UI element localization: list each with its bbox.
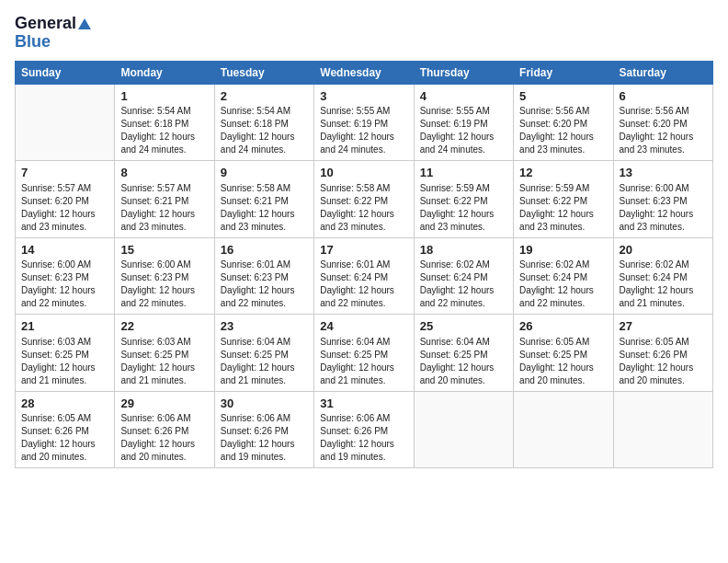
day-number: 11 — [420, 165, 507, 181]
day-info: Sunrise: 6:04 AM Sunset: 6:25 PM Dayligh… — [420, 336, 507, 387]
day-number: 10 — [320, 165, 407, 181]
logo-graphic: General Blue — [15, 15, 91, 52]
day-number: 1 — [120, 88, 208, 105]
day-number: 8 — [120, 165, 208, 181]
logo-text-blue: Blue — [15, 33, 91, 52]
calendar-cell: 31Sunrise: 6:06 AM Sunset: 6:26 PM Dayli… — [314, 391, 414, 468]
day-info: Sunrise: 6:06 AM Sunset: 6:26 PM Dayligh… — [120, 412, 208, 464]
calendar-cell: 8Sunrise: 5:57 AM Sunset: 6:21 PM Daylig… — [115, 161, 214, 238]
day-number: 30 — [221, 396, 308, 412]
day-info: Sunrise: 5:55 AM Sunset: 6:19 PM Dayligh… — [420, 105, 507, 156]
day-number: 17 — [320, 242, 407, 259]
calendar-cell: 12Sunrise: 5:59 AM Sunset: 6:22 PM Dayli… — [514, 161, 613, 238]
day-info: Sunrise: 6:00 AM Sunset: 6:23 PM Dayligh… — [120, 259, 208, 310]
calendar-cell: 29Sunrise: 6:06 AM Sunset: 6:26 PM Dayli… — [115, 391, 214, 468]
calendar-cell: 5Sunrise: 5:56 AM Sunset: 6:20 PM Daylig… — [514, 84, 613, 161]
day-info: Sunrise: 5:54 AM Sunset: 6:18 PM Dayligh… — [221, 105, 308, 156]
day-number: 14 — [21, 242, 108, 259]
calendar-cell: 24Sunrise: 6:04 AM Sunset: 6:25 PM Dayli… — [314, 315, 414, 392]
day-number: 4 — [420, 88, 507, 105]
day-info: Sunrise: 6:02 AM Sunset: 6:24 PM Dayligh… — [420, 259, 507, 310]
day-number: 2 — [221, 88, 308, 105]
day-number: 24 — [320, 318, 407, 335]
day-info: Sunrise: 5:58 AM Sunset: 6:22 PM Dayligh… — [320, 182, 407, 234]
logo: General Blue — [15, 15, 91, 52]
day-info: Sunrise: 5:58 AM Sunset: 6:21 PM Dayligh… — [221, 182, 308, 234]
calendar-week-2: 7Sunrise: 5:57 AM Sunset: 6:20 PM Daylig… — [16, 161, 713, 238]
day-info: Sunrise: 6:04 AM Sunset: 6:25 PM Dayligh… — [320, 336, 407, 387]
day-number: 19 — [519, 242, 607, 259]
calendar-cell: 9Sunrise: 5:58 AM Sunset: 6:21 PM Daylig… — [214, 161, 313, 238]
calendar-cell: 28Sunrise: 6:05 AM Sunset: 6:26 PM Dayli… — [16, 391, 115, 468]
calendar-cell: 30Sunrise: 6:06 AM Sunset: 6:26 PM Dayli… — [214, 391, 313, 468]
day-number: 25 — [420, 318, 507, 335]
day-number: 29 — [120, 396, 208, 412]
calendar-cell — [414, 391, 513, 468]
calendar-cell — [16, 84, 115, 161]
day-number: 7 — [21, 165, 108, 181]
day-info: Sunrise: 5:56 AM Sunset: 6:20 PM Dayligh… — [620, 105, 707, 156]
logo-text-general: General — [15, 15, 91, 33]
day-number: 6 — [620, 88, 707, 105]
calendar-cell: 23Sunrise: 6:04 AM Sunset: 6:25 PM Dayli… — [214, 315, 313, 392]
day-number: 26 — [519, 318, 607, 335]
day-info: Sunrise: 5:57 AM Sunset: 6:20 PM Dayligh… — [21, 182, 108, 234]
calendar-cell: 21Sunrise: 6:03 AM Sunset: 6:25 PM Dayli… — [16, 315, 115, 392]
day-info: Sunrise: 5:57 AM Sunset: 6:21 PM Dayligh… — [120, 182, 208, 234]
calendar-cell: 1Sunrise: 5:54 AM Sunset: 6:18 PM Daylig… — [115, 84, 214, 161]
day-number: 12 — [519, 165, 607, 181]
calendar-week-4: 21Sunrise: 6:03 AM Sunset: 6:25 PM Dayli… — [16, 315, 713, 392]
day-info: Sunrise: 6:00 AM Sunset: 6:23 PM Dayligh… — [21, 259, 108, 310]
calendar-cell: 3Sunrise: 5:55 AM Sunset: 6:19 PM Daylig… — [314, 84, 414, 161]
day-info: Sunrise: 6:05 AM Sunset: 6:26 PM Dayligh… — [620, 336, 707, 387]
day-info: Sunrise: 5:56 AM Sunset: 6:20 PM Dayligh… — [519, 105, 607, 156]
day-number: 18 — [420, 242, 507, 259]
day-info: Sunrise: 6:05 AM Sunset: 6:26 PM Dayligh… — [21, 412, 108, 464]
calendar-cell: 19Sunrise: 6:02 AM Sunset: 6:24 PM Dayli… — [514, 237, 613, 315]
day-number: 5 — [519, 88, 607, 105]
calendar-table: SundayMondayTuesdayWednesdayThursdayFrid… — [15, 61, 713, 469]
calendar-cell: 4Sunrise: 5:55 AM Sunset: 6:19 PM Daylig… — [414, 84, 513, 161]
day-header-sunday: Sunday — [16, 61, 115, 84]
day-info: Sunrise: 6:06 AM Sunset: 6:26 PM Dayligh… — [221, 412, 308, 464]
day-header-wednesday: Wednesday — [314, 61, 414, 84]
calendar-cell: 6Sunrise: 5:56 AM Sunset: 6:20 PM Daylig… — [613, 84, 712, 161]
day-number: 13 — [620, 165, 707, 181]
day-info: Sunrise: 6:05 AM Sunset: 6:25 PM Dayligh… — [519, 336, 607, 387]
day-number: 22 — [120, 318, 208, 335]
day-info: Sunrise: 6:01 AM Sunset: 6:23 PM Dayligh… — [221, 259, 308, 310]
day-info: Sunrise: 6:03 AM Sunset: 6:25 PM Dayligh… — [120, 336, 208, 387]
day-number: 23 — [221, 318, 308, 335]
day-info: Sunrise: 5:54 AM Sunset: 6:18 PM Dayligh… — [120, 105, 208, 156]
day-number: 9 — [221, 165, 308, 181]
calendar-header-row: SundayMondayTuesdayWednesdayThursdayFrid… — [16, 61, 713, 84]
day-header-thursday: Thursday — [414, 61, 513, 84]
day-info: Sunrise: 6:02 AM Sunset: 6:24 PM Dayligh… — [620, 259, 707, 310]
page-header: General Blue — [15, 15, 713, 52]
day-info: Sunrise: 6:01 AM Sunset: 6:24 PM Dayligh… — [320, 259, 407, 310]
day-info: Sunrise: 6:00 AM Sunset: 6:23 PM Dayligh… — [620, 182, 707, 234]
day-header-friday: Friday — [514, 61, 613, 84]
calendar-cell: 2Sunrise: 5:54 AM Sunset: 6:18 PM Daylig… — [214, 84, 313, 161]
day-info: Sunrise: 6:03 AM Sunset: 6:25 PM Dayligh… — [21, 336, 108, 387]
calendar-cell — [514, 391, 613, 468]
calendar-cell: 25Sunrise: 6:04 AM Sunset: 6:25 PM Dayli… — [414, 315, 513, 392]
calendar-cell: 22Sunrise: 6:03 AM Sunset: 6:25 PM Dayli… — [115, 315, 214, 392]
calendar-cell: 14Sunrise: 6:00 AM Sunset: 6:23 PM Dayli… — [16, 237, 115, 315]
day-header-monday: Monday — [115, 61, 214, 84]
calendar-cell: 15Sunrise: 6:00 AM Sunset: 6:23 PM Dayli… — [115, 237, 214, 315]
calendar-cell: 13Sunrise: 6:00 AM Sunset: 6:23 PM Dayli… — [613, 161, 712, 238]
day-number: 27 — [620, 318, 707, 335]
day-info: Sunrise: 5:59 AM Sunset: 6:22 PM Dayligh… — [519, 182, 607, 234]
calendar-cell: 26Sunrise: 6:05 AM Sunset: 6:25 PM Dayli… — [514, 315, 613, 392]
calendar-week-5: 28Sunrise: 6:05 AM Sunset: 6:26 PM Dayli… — [16, 391, 713, 468]
calendar-week-1: 1Sunrise: 5:54 AM Sunset: 6:18 PM Daylig… — [16, 84, 713, 161]
calendar-cell: 7Sunrise: 5:57 AM Sunset: 6:20 PM Daylig… — [16, 161, 115, 238]
calendar-cell: 11Sunrise: 5:59 AM Sunset: 6:22 PM Dayli… — [414, 161, 513, 238]
day-number: 28 — [21, 396, 108, 412]
calendar-cell: 20Sunrise: 6:02 AM Sunset: 6:24 PM Dayli… — [613, 237, 712, 315]
calendar-cell: 10Sunrise: 5:58 AM Sunset: 6:22 PM Dayli… — [314, 161, 414, 238]
day-header-saturday: Saturday — [613, 61, 712, 84]
day-number: 21 — [21, 318, 108, 335]
day-info: Sunrise: 6:02 AM Sunset: 6:24 PM Dayligh… — [519, 259, 607, 310]
